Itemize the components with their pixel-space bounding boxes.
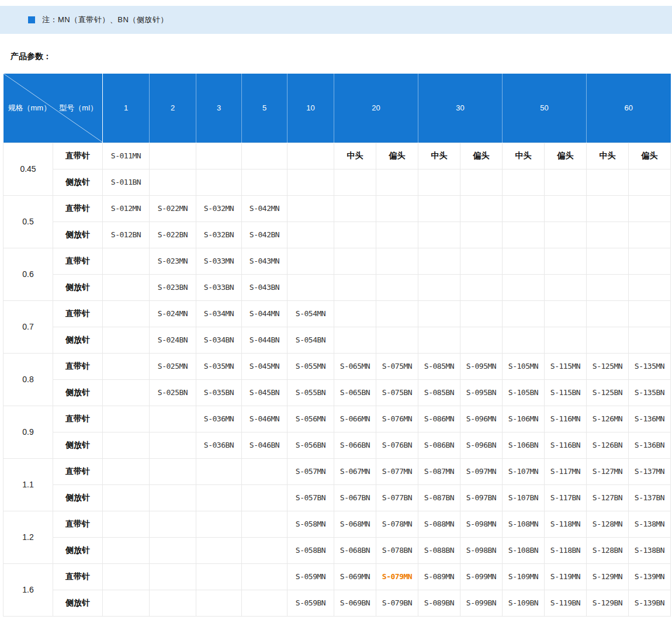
model-cell	[629, 195, 671, 221]
subheader-cell: 偏头	[629, 143, 671, 169]
model-cell	[418, 274, 460, 300]
model-cell: S-129BN	[587, 590, 629, 616]
model-cell: S-128MN	[587, 511, 629, 537]
column-header-20: 20	[334, 74, 418, 143]
model-cell	[242, 563, 287, 590]
model-cell	[629, 274, 671, 300]
subheader-cell: 偏头	[376, 143, 418, 169]
column-header-5: 5	[242, 74, 287, 143]
model-cell	[334, 221, 376, 248]
model-cell	[196, 143, 242, 169]
model-cell: S-011MN	[103, 143, 150, 169]
model-cell: S-078BN	[376, 537, 418, 563]
model-cell	[460, 195, 503, 221]
model-cell	[103, 537, 150, 563]
model-cell: S-086BN	[418, 432, 460, 458]
model-cell: S-034MN	[196, 300, 242, 327]
model-cell: S-046MN	[242, 406, 287, 432]
model-cell	[587, 300, 629, 327]
model-cell: S-058BN	[287, 537, 334, 563]
column-header-10: 10	[287, 74, 334, 143]
model-cell: S-033MN	[196, 248, 242, 274]
model-cell: S-023BN	[150, 274, 196, 300]
page-title: 产品参数：	[11, 51, 672, 62]
model-cell: S-066BN	[334, 432, 376, 458]
model-cell	[418, 221, 460, 248]
table-row: 0.7直带针S-024MNS-034MNS-044MNS-054MN	[4, 300, 671, 327]
product-parameters-table: 规格（mm） 型号（ml） 1 2 3 5 10 20 30 50 60 0.4…	[3, 74, 671, 617]
model-cell: S-135MN	[629, 353, 671, 379]
table-row: 1.2直带针S-058MNS-068MNS-078MNS-088MNS-098M…	[4, 511, 671, 537]
model-cell	[587, 274, 629, 300]
model-cell	[418, 248, 460, 274]
model-cell: S-095BN	[460, 379, 503, 406]
model-cell: S-035BN	[196, 379, 242, 406]
model-cell	[460, 169, 503, 195]
model-cell	[418, 195, 460, 221]
model-cell	[503, 300, 545, 327]
model-cell	[334, 169, 376, 195]
model-cell	[150, 143, 196, 169]
model-cell: S-075BN	[376, 379, 418, 406]
spec-cell: 0.6	[4, 248, 53, 300]
model-cell	[334, 327, 376, 353]
model-cell	[503, 248, 545, 274]
needle-type-cell: 侧放针	[53, 274, 103, 300]
model-cell	[287, 221, 334, 248]
model-cell: S-033BN	[196, 274, 242, 300]
note-bar: 注：MN（直带针）、BN（侧放针）	[0, 6, 672, 34]
model-cell: S-065MN	[334, 353, 376, 379]
subheader-cell: 中头	[503, 143, 545, 169]
model-cell: S-109MN	[503, 563, 545, 590]
model-cell: S-088BN	[418, 537, 460, 563]
model-cell: S-105BN	[503, 379, 545, 406]
model-cell: S-106BN	[503, 432, 545, 458]
model-cell: S-096BN	[460, 432, 503, 458]
model-cell: S-058MN	[287, 511, 334, 537]
model-cell	[587, 248, 629, 274]
table-row: 侧放针S-059BNS-069BNS-079BNS-089BNS-099BNS-…	[4, 590, 671, 616]
model-cell: S-043BN	[242, 274, 287, 300]
model-cell	[460, 327, 503, 353]
model-cell	[334, 248, 376, 274]
needle-type-cell: 侧放针	[53, 484, 103, 511]
model-cell: S-139MN	[629, 563, 671, 590]
spec-cell: 0.7	[4, 300, 53, 353]
table-row: 0.8直带针S-025MNS-035MNS-045MNS-055MNS-065M…	[4, 353, 671, 379]
table-row: 侧放针S-023BNS-033BNS-043BN	[4, 274, 671, 300]
model-cell	[150, 511, 196, 537]
model-cell: S-012MN	[103, 195, 150, 221]
spec-cell: 1.1	[4, 458, 53, 511]
column-header-60: 60	[587, 74, 671, 143]
table-row: 侧放针S-025BNS-035BNS-045BNS-055BNS-065BNS-…	[4, 379, 671, 406]
column-header-30: 30	[418, 74, 503, 143]
model-cell	[587, 327, 629, 353]
needle-type-cell: 直带针	[53, 406, 103, 432]
model-cell	[376, 300, 418, 327]
model-cell: S-096MN	[460, 406, 503, 432]
model-cell: S-127MN	[587, 458, 629, 484]
needle-type-cell: 直带针	[53, 143, 103, 169]
model-cell: S-022BN	[150, 221, 196, 248]
model-cell	[103, 274, 150, 300]
model-cell: S-137MN	[629, 458, 671, 484]
model-cell	[287, 274, 334, 300]
model-cell	[629, 221, 671, 248]
model-cell: S-106MN	[503, 406, 545, 432]
subheader-cell: 中头	[418, 143, 460, 169]
model-cell	[103, 458, 150, 484]
model-cell: S-137BN	[629, 484, 671, 511]
model-cell	[103, 327, 150, 353]
model-cell: S-098MN	[460, 511, 503, 537]
model-cell-highlighted[interactable]: S-079MN	[376, 563, 418, 590]
model-cell: S-067MN	[334, 458, 376, 484]
model-cell	[242, 484, 287, 511]
model-cell: S-125BN	[587, 379, 629, 406]
model-cell: S-125MN	[587, 353, 629, 379]
model-cell: S-032BN	[196, 221, 242, 248]
note-text: 注：MN（直带针）、BN（侧放针）	[42, 15, 168, 25]
model-cell: S-138BN	[629, 537, 671, 563]
needle-type-cell: 直带针	[53, 353, 103, 379]
needle-type-cell: 直带针	[53, 458, 103, 484]
model-cell: S-068BN	[334, 537, 376, 563]
